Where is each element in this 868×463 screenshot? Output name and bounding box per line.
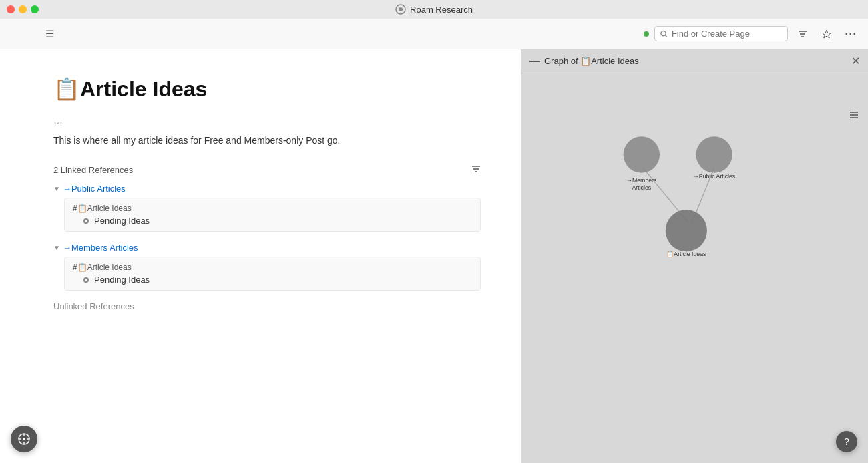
compass-icon: [17, 432, 31, 446]
svg-point-2: [661, 31, 666, 35]
window-controls: [7, 5, 39, 13]
graph-title-prefix: Graph of: [544, 56, 580, 66]
ref-card-content-members: Pending Ideas: [73, 275, 472, 285]
members-articles-link[interactable]: →Members Articles: [63, 243, 138, 253]
linked-references-count: 2 Linked References: [53, 165, 133, 175]
svg-point-25: [23, 438, 25, 440]
app-title: Roam Research: [395, 4, 473, 15]
reference-group-header-members[interactable]: ▼ →Members Articles: [53, 243, 481, 253]
ref-card-pending-public: Pending Ideas: [94, 216, 150, 226]
graph-panel-icons: [845, 107, 863, 124]
graph-node-members[interactable]: →Members Articles: [624, 136, 660, 191]
graph-title-page: 📋Article Ideas: [580, 56, 639, 66]
help-button[interactable]: ?: [836, 431, 857, 452]
roam-logo-icon: [395, 4, 406, 15]
svg-text:📋Article Ideas: 📋Article Ideas: [666, 250, 706, 258]
ref-card-title-public[interactable]: #📋Article Ideas: [73, 204, 472, 213]
toolbar-left: ☰: [8, 25, 638, 43]
breadcrumb: …: [53, 115, 481, 126]
collapse-arrow-members: ▼: [53, 244, 60, 251]
breadcrumb-dots: …: [53, 115, 63, 126]
svg-marker-7: [823, 30, 831, 38]
svg-text:Articles: Articles: [632, 184, 652, 191]
public-articles-link[interactable]: →Public Articles: [63, 184, 126, 194]
more-icon: ···: [845, 27, 857, 41]
ref-card-title-text-members: #📋Article Ideas: [73, 263, 132, 272]
maximize-button[interactable]: [31, 5, 39, 13]
linked-references-header: 2 Linked References: [53, 164, 481, 176]
svg-point-19: [666, 210, 707, 251]
svg-rect-11: [526, 73, 863, 463]
graph-list-icon-button[interactable]: [845, 107, 863, 124]
svg-text:→Members: →Members: [626, 177, 657, 184]
main-layout: 📋Article Ideas … This is where all my ar…: [0, 49, 868, 463]
graph-node-article-ideas[interactable]: 📋Article Ideas: [666, 210, 707, 258]
reference-card-members: #📋Article Ideas Pending Ideas: [64, 257, 481, 291]
ref-card-title-text-public: #📋Article Ideas: [73, 204, 132, 213]
unlinked-references[interactable]: Unlinked References: [53, 301, 481, 311]
article-title: 📋Article Ideas: [53, 76, 481, 102]
star-icon: [822, 29, 831, 39]
more-options-button[interactable]: ···: [841, 25, 860, 43]
app-title-text: Roam Research: [410, 5, 473, 15]
star-icon-button[interactable]: [817, 25, 836, 43]
filter-icon-button[interactable]: [793, 25, 812, 43]
article-description: This is where all my article ideas for F…: [53, 135, 481, 146]
hamburger-icon: ☰: [45, 28, 54, 40]
toolbar: ☰ ···: [0, 19, 868, 49]
graph-title: Graph of 📋Article Ideas: [544, 56, 639, 66]
close-button[interactable]: [7, 5, 15, 13]
article-area: 📋Article Ideas … This is where all my ar…: [0, 49, 521, 463]
ref-card-content-public: Pending Ideas: [73, 216, 472, 226]
svg-point-14: [624, 136, 660, 172]
minimize-button[interactable]: [19, 5, 27, 13]
graph-collapse-button[interactable]: —: [529, 55, 540, 67]
reference-group-public: ▼ →Public Articles #📋Article Ideas Pendi…: [53, 184, 481, 232]
svg-point-17: [696, 136, 732, 172]
connection-status-dot: [644, 31, 649, 37]
right-panel: — Graph of 📋Article Ideas ✕ →: [521, 49, 868, 463]
svg-line-3: [665, 35, 667, 37]
search-icon: [660, 30, 668, 38]
graph-content: →Members Articles →Public Articles 📋Arti…: [521, 73, 868, 463]
svg-point-1: [399, 7, 403, 11]
reference-group-header-public[interactable]: ▼ →Public Articles: [53, 184, 481, 194]
list-icon: [849, 111, 859, 120]
titlebar: Roam Research: [0, 0, 868, 19]
filter-icon: [798, 29, 807, 39]
hamburger-menu-button[interactable]: ☰: [40, 25, 59, 43]
filter-icon: [471, 164, 481, 174]
question-icon: ?: [844, 436, 849, 447]
ref-card-pending-members: Pending Ideas: [94, 275, 150, 285]
references-filter-button[interactable]: [471, 164, 481, 176]
bullet-circle-public: [83, 218, 89, 224]
graph-header-left: — Graph of 📋Article Ideas: [529, 55, 639, 67]
collapse-arrow-public: ▼: [53, 185, 60, 192]
svg-text:→Public Articles: →Public Articles: [693, 173, 736, 180]
reference-group-members: ▼ →Members Articles #📋Article Ideas Pend…: [53, 243, 481, 291]
graph-visualization: →Members Articles →Public Articles 📋Arti…: [521, 73, 868, 463]
graph-header: — Graph of 📋Article Ideas ✕: [521, 49, 868, 73]
compass-button[interactable]: [11, 426, 37, 452]
search-container[interactable]: [654, 26, 788, 41]
bullet-circle-members: [83, 277, 89, 283]
graph-close-button[interactable]: ✕: [851, 55, 860, 67]
search-input[interactable]: [672, 29, 782, 39]
toolbar-right: ···: [644, 25, 860, 43]
reference-card-public: #📋Article Ideas Pending Ideas: [64, 198, 481, 232]
ref-card-title-members[interactable]: #📋Article Ideas: [73, 263, 472, 272]
